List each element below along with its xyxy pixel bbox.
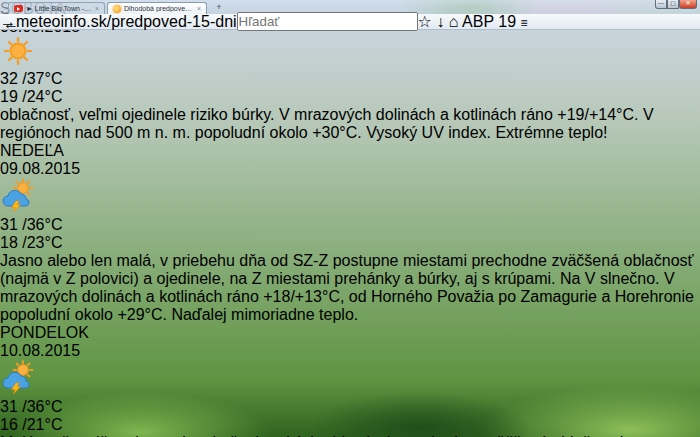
temp-low: 18 /23°C xyxy=(0,234,700,252)
forecast-description: oblačnosť, veľmi ojedinele riziko búrky.… xyxy=(0,106,700,142)
home-icon[interactable]: ⌂ xyxy=(449,13,459,30)
tab-close-icon[interactable]: × xyxy=(95,5,99,12)
tab-close-icon[interactable]: × xyxy=(197,5,201,12)
tab-title: ► Little Big Town - Girl Cru... xyxy=(26,5,92,12)
temp-high: 32 /37°C xyxy=(0,70,700,88)
downloads-icon[interactable]: ↓ xyxy=(436,13,444,30)
forecast-table: SOBOTA 08.08.2015 32 /37°C 19 /24°C obla… xyxy=(0,0,700,437)
page-content: SOBOTA 08.08.2015 32 /37°C 19 /24°C obla… xyxy=(0,0,700,437)
navigation-toolbar: ← → meteoinfo.sk/predpoved-15-dni ☆ ↓ ⌂ xyxy=(0,14,700,30)
close-button[interactable]: ✕ xyxy=(679,0,697,9)
browser-window: ► Little Big Town - Girl Cru... × Dlhodo… xyxy=(0,0,700,414)
weather-extension-icon[interactable]: 19 xyxy=(498,13,520,30)
search-box[interactable] xyxy=(237,12,418,31)
window-controls: — ▢ ✕ xyxy=(655,0,697,9)
storm-weather-icon xyxy=(0,178,700,216)
address-bar[interactable]: meteoinfo.sk/predpoved-15-dni xyxy=(16,13,237,31)
forecast-row: NEDEĽA 09.08.2015 31 /36°C 18 /23°C Jasn… xyxy=(0,142,700,324)
url-domain: meteoinfo.sk xyxy=(16,13,107,30)
tab-title: Dlhodobá predpoveď - Me... xyxy=(124,5,194,12)
temp-high: 31 /36°C xyxy=(0,398,700,416)
day-date: 10.08.2015 xyxy=(0,342,700,360)
url-path: /predpoved-15-dni xyxy=(107,13,237,30)
day-name: PONDELOK xyxy=(0,324,700,342)
youtube-favicon-icon xyxy=(14,5,23,12)
maximize-button[interactable]: ▢ xyxy=(667,0,679,9)
screen: ► Little Big Town - Girl Cru... × Dlhodo… xyxy=(0,0,700,437)
tab-meteoinfo[interactable]: Dlhodobá predpoveď - Me... × xyxy=(107,2,207,14)
temp-low: 19 /24°C xyxy=(0,88,700,106)
adblock-icon: ABP xyxy=(462,13,494,30)
day-name: NEDEĽA xyxy=(0,142,700,160)
back-button[interactable]: ← xyxy=(3,15,16,28)
menu-hamburger-icon[interactable]: ≡ xyxy=(521,16,528,30)
forecast-description: Jasno alebo len malá, v priebehu dňa od … xyxy=(0,252,700,324)
search-input[interactable] xyxy=(237,12,418,31)
meteo-sun-favicon-icon xyxy=(113,5,121,13)
minimize-button[interactable]: — xyxy=(655,0,667,9)
temp-low: 16 /21°C xyxy=(0,416,700,434)
new-tab-button[interactable]: + xyxy=(212,3,226,13)
bookmark-star-icon[interactable]: ☆ xyxy=(418,13,432,30)
forecast-row: PONDELOK 10.08.2015 31 /36°C 16 /21°C Ma… xyxy=(0,324,700,437)
storm-weather-icon xyxy=(0,360,700,398)
adblock-button[interactable]: ABP xyxy=(462,13,498,30)
day-date: 09.08.2015 xyxy=(0,160,700,178)
sunny-weather-icon xyxy=(0,36,700,70)
toolbar-icons: ☆ ↓ ⌂ ABP 19 ≡ xyxy=(418,12,528,31)
extension-badge: 19 xyxy=(498,13,516,30)
temp-high: 31 /36°C xyxy=(0,216,700,234)
